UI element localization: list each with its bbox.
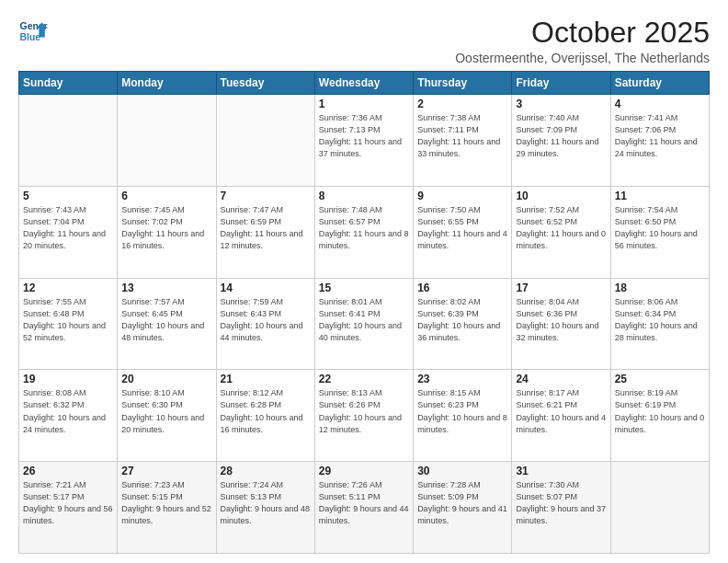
day-cell: 9Sunrise: 7:50 AM Sunset: 6:55 PM Daylig… [414,186,512,278]
day-number: 16 [417,282,507,294]
day-cell [610,462,709,554]
day-header-tuesday: Tuesday [216,72,314,95]
day-number: 20 [121,373,211,385]
logo-icon: General Blue [18,17,48,46]
day-cell [118,95,216,187]
day-info: Sunrise: 7:47 AM Sunset: 6:59 PM Dayligh… [221,204,311,252]
day-number: 8 [319,190,409,202]
page: General Blue General Blue October 2025 O… [0,0,728,563]
day-cell: 13Sunrise: 7:57 AM Sunset: 6:45 PM Dayli… [118,278,216,370]
day-cell: 25Sunrise: 8:19 AM Sunset: 6:19 PM Dayli… [610,370,709,462]
day-cell: 21Sunrise: 8:12 AM Sunset: 6:28 PM Dayli… [216,370,314,462]
days-header-row: SundayMondayTuesdayWednesdayThursdayFrid… [19,72,710,95]
logo: General Blue General Blue [18,17,48,46]
day-number: 28 [221,465,311,477]
day-number: 10 [516,190,606,202]
day-number: 13 [121,282,211,294]
day-info: Sunrise: 8:12 AM Sunset: 6:28 PM Dayligh… [221,387,311,435]
day-info: Sunrise: 8:19 AM Sunset: 6:19 PM Dayligh… [615,387,705,435]
day-number: 14 [221,282,311,294]
location: Oostermeenthe, Overijssel, The Netherlan… [455,51,710,65]
day-number: 26 [23,465,113,477]
day-cell: 31Sunrise: 7:30 AM Sunset: 5:07 PM Dayli… [512,462,610,554]
day-info: Sunrise: 8:02 AM Sunset: 6:39 PM Dayligh… [417,296,507,344]
day-cell: 6Sunrise: 7:45 AM Sunset: 7:02 PM Daylig… [118,186,216,278]
day-cell: 19Sunrise: 8:08 AM Sunset: 6:32 PM Dayli… [19,370,118,462]
day-header-monday: Monday [118,72,216,95]
day-cell [216,95,314,187]
day-header-saturday: Saturday [610,72,709,95]
day-cell: 28Sunrise: 7:24 AM Sunset: 5:13 PM Dayli… [216,462,314,554]
day-info: Sunrise: 8:04 AM Sunset: 6:36 PM Dayligh… [516,296,606,344]
day-cell: 30Sunrise: 7:28 AM Sunset: 5:09 PM Dayli… [414,462,512,554]
title-block: October 2025 Oostermeenthe, Overijssel, … [455,17,710,65]
day-info: Sunrise: 7:38 AM Sunset: 7:11 PM Dayligh… [417,112,507,160]
week-row-5: 26Sunrise: 7:21 AM Sunset: 5:17 PM Dayli… [19,462,710,554]
day-info: Sunrise: 7:50 AM Sunset: 6:55 PM Dayligh… [417,204,507,252]
week-row-3: 12Sunrise: 7:55 AM Sunset: 6:48 PM Dayli… [19,278,710,370]
day-cell: 27Sunrise: 7:23 AM Sunset: 5:15 PM Dayli… [118,462,216,554]
week-row-1: 1Sunrise: 7:36 AM Sunset: 7:13 PM Daylig… [19,95,710,187]
day-cell: 26Sunrise: 7:21 AM Sunset: 5:17 PM Dayli… [19,462,118,554]
day-cell: 2Sunrise: 7:38 AM Sunset: 7:11 PM Daylig… [414,95,512,187]
day-cell: 29Sunrise: 7:26 AM Sunset: 5:11 PM Dayli… [314,462,413,554]
day-info: Sunrise: 7:24 AM Sunset: 5:13 PM Dayligh… [221,479,311,527]
day-info: Sunrise: 8:17 AM Sunset: 6:21 PM Dayligh… [516,387,606,435]
day-number: 27 [121,465,211,477]
day-number: 5 [23,190,113,202]
day-cell: 4Sunrise: 7:41 AM Sunset: 7:06 PM Daylig… [610,95,709,187]
day-info: Sunrise: 8:01 AM Sunset: 6:41 PM Dayligh… [319,296,409,344]
day-cell: 14Sunrise: 7:59 AM Sunset: 6:43 PM Dayli… [216,278,314,370]
day-number: 29 [319,465,409,477]
day-cell: 7Sunrise: 7:47 AM Sunset: 6:59 PM Daylig… [216,186,314,278]
day-info: Sunrise: 7:21 AM Sunset: 5:17 PM Dayligh… [23,479,113,527]
day-number: 22 [319,373,409,385]
day-number: 11 [615,190,705,202]
day-info: Sunrise: 8:13 AM Sunset: 6:26 PM Dayligh… [319,387,409,435]
day-info: Sunrise: 7:45 AM Sunset: 7:02 PM Dayligh… [121,204,211,252]
day-number: 6 [121,190,211,202]
day-info: Sunrise: 7:48 AM Sunset: 6:57 PM Dayligh… [319,204,409,252]
day-number: 15 [319,282,409,294]
day-cell: 5Sunrise: 7:43 AM Sunset: 7:04 PM Daylig… [19,186,118,278]
day-number: 7 [221,190,311,202]
day-info: Sunrise: 7:30 AM Sunset: 5:07 PM Dayligh… [516,479,606,527]
day-number: 30 [417,465,507,477]
day-number: 9 [417,190,507,202]
day-info: Sunrise: 7:57 AM Sunset: 6:45 PM Dayligh… [121,296,211,344]
day-cell: 8Sunrise: 7:48 AM Sunset: 6:57 PM Daylig… [314,186,413,278]
day-info: Sunrise: 7:41 AM Sunset: 7:06 PM Dayligh… [615,112,705,160]
day-number: 21 [221,373,311,385]
svg-text:Blue: Blue [20,32,41,42]
day-cell: 18Sunrise: 8:06 AM Sunset: 6:34 PM Dayli… [610,278,709,370]
day-cell: 1Sunrise: 7:36 AM Sunset: 7:13 PM Daylig… [314,95,413,187]
day-info: Sunrise: 7:55 AM Sunset: 6:48 PM Dayligh… [23,296,113,344]
day-cell [19,95,118,187]
day-number: 23 [417,373,507,385]
header: General Blue General Blue October 2025 O… [18,17,710,65]
day-info: Sunrise: 8:08 AM Sunset: 6:32 PM Dayligh… [23,387,113,435]
day-info: Sunrise: 7:52 AM Sunset: 6:52 PM Dayligh… [516,204,606,252]
day-cell: 22Sunrise: 8:13 AM Sunset: 6:26 PM Dayli… [314,370,413,462]
day-number: 31 [516,465,606,477]
day-info: Sunrise: 8:06 AM Sunset: 6:34 PM Dayligh… [615,296,705,344]
day-cell: 12Sunrise: 7:55 AM Sunset: 6:48 PM Dayli… [19,278,118,370]
day-info: Sunrise: 7:40 AM Sunset: 7:09 PM Dayligh… [516,112,606,160]
day-cell: 24Sunrise: 8:17 AM Sunset: 6:21 PM Dayli… [512,370,610,462]
day-number: 19 [23,373,113,385]
day-number: 18 [615,282,705,294]
day-number: 3 [516,98,606,110]
day-info: Sunrise: 7:54 AM Sunset: 6:50 PM Dayligh… [615,204,705,252]
day-cell: 16Sunrise: 8:02 AM Sunset: 6:39 PM Dayli… [414,278,512,370]
day-info: Sunrise: 7:59 AM Sunset: 6:43 PM Dayligh… [221,296,311,344]
day-cell: 11Sunrise: 7:54 AM Sunset: 6:50 PM Dayli… [610,186,709,278]
day-header-thursday: Thursday [414,72,512,95]
day-cell: 3Sunrise: 7:40 AM Sunset: 7:09 PM Daylig… [512,95,610,187]
calendar-table: SundayMondayTuesdayWednesdayThursdayFrid… [18,71,710,554]
day-number: 2 [417,98,507,110]
day-number: 1 [319,98,409,110]
day-info: Sunrise: 7:26 AM Sunset: 5:11 PM Dayligh… [319,479,409,527]
day-cell: 15Sunrise: 8:01 AM Sunset: 6:41 PM Dayli… [314,278,413,370]
day-info: Sunrise: 7:23 AM Sunset: 5:15 PM Dayligh… [121,479,211,527]
day-number: 25 [615,373,705,385]
